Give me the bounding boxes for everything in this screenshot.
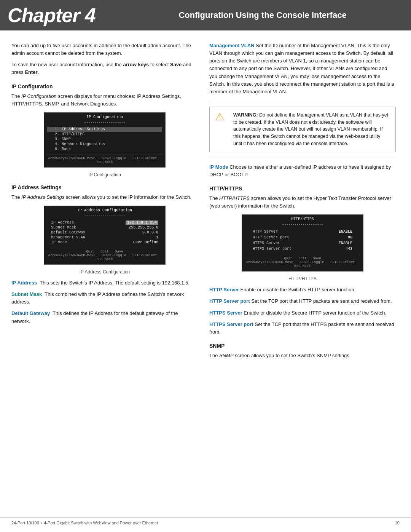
- ss-menu-back: 0. Back: [47, 147, 162, 152]
- ss-menu-netdiag: 4. Network Diagnostics: [47, 142, 162, 147]
- ip-config-caption: IP Configuration: [11, 172, 198, 177]
- https-port-term: HTTPS Server port: [209, 321, 253, 327]
- http-server-term: HTTP Server: [209, 287, 239, 292]
- footer-right: 10: [395, 521, 400, 525]
- https-server-term: HTTPS Server: [209, 310, 242, 316]
- warning-text: WARNING: Do not define the Management VL…: [233, 112, 390, 147]
- ip-mode-term: IP Mode: [209, 164, 228, 170]
- page-footer: 24-Port 10/100 + 4-Port Gigabit Switch w…: [0, 517, 411, 525]
- right-column: Management VLAN Set the ID number of the…: [209, 42, 396, 363]
- intro-paragraph-2: To save the new user account information…: [11, 61, 198, 76]
- mgmt-vlan-term: Management VLAN: [209, 43, 254, 48]
- footer-left: 24-Port 10/100 + 4-Port Gigabit Switch w…: [11, 521, 158, 525]
- ip-address-caption: IP Address Configuration: [11, 269, 198, 275]
- ip-address-screenshot: IP Address Configuration ---------------…: [44, 206, 166, 265]
- http-https-title: HTTP/HTTPS: [209, 185, 396, 192]
- main-content: You can add up to five user accounts in …: [0, 30, 411, 375]
- http-screenshot: HTTP/HTTPS -------------------- HTTP Ser…: [242, 214, 363, 272]
- page-wrapper: Chapter 4 Configuration Using the Consol…: [0, 0, 411, 532]
- ss-row-mgmt-vlan: Management VLAN 1: [47, 235, 162, 240]
- divider-above-warning: [209, 101, 396, 101]
- enter-label: Enter: [25, 69, 37, 75]
- ip-mode-para: IP Mode Choose to have either a user-def…: [209, 163, 396, 179]
- https-port-para: HTTPS Server port Set the TCP port that …: [209, 321, 396, 336]
- http-https-italic: HTTP/HTTPS: [219, 195, 250, 201]
- ss-ip-config-footer: ArrowKeys/TAB/BACK-Move SPACE-Toggle ENT…: [47, 155, 162, 164]
- warning-icon: ⚠: [215, 112, 229, 147]
- ss-https-server: HTTPS Server ENABLE: [245, 240, 360, 246]
- http-caption: HTTP/HTTPS: [209, 276, 396, 281]
- snmp-description: The SNMP screen allows you to set the Sw…: [209, 352, 396, 359]
- ss-http-title: HTTP/HTTPS: [245, 217, 360, 221]
- ip-address-term-para: IP Address This sets the Switch's IP Add…: [11, 279, 198, 287]
- ss-https-port: HTTPS Server port 443: [245, 246, 360, 252]
- http-port-term: HTTP Server port: [209, 298, 250, 304]
- ip-config-description: The IP Configuration screen displays fou…: [11, 93, 198, 108]
- subnet-mask-term: Subnet Mask: [11, 291, 42, 297]
- mgmt-vlan-para: Management VLAN Set the ID number of the…: [209, 42, 396, 96]
- warning-box: ⚠ WARNING: Do not define the Management …: [209, 107, 396, 152]
- ss-row-subnet: Subnet Mask 255.255.255.0: [47, 225, 162, 230]
- ss-ip-addr-footer: Quit Edit Save ArrowKeys/TAB/BACK-Move S…: [47, 248, 162, 261]
- ss-http-port: HTTP Server port 80: [245, 235, 360, 240]
- ip-config-section-title: IP Configuration: [11, 83, 198, 89]
- ss-row-ip: IP Address 192.168.1.254: [47, 220, 162, 225]
- ip-config-italic: IP Configuration: [21, 93, 57, 99]
- ss-ip-addr-title: IP Address Configuration: [47, 208, 162, 212]
- page-title: Configuration Using the Console Interfac…: [122, 10, 411, 20]
- chapter-title: Chapter 4: [8, 4, 122, 27]
- ss-ip-config-title: IP Configuration: [47, 115, 162, 119]
- page-header: Chapter 4 Configuration Using the Consol…: [0, 0, 411, 30]
- warning-label: WARNING:: [233, 112, 258, 118]
- intro-paragraph-1: You can add up to five user accounts in …: [11, 42, 198, 57]
- save-label: Save: [170, 62, 182, 67]
- ss-menu-ip-address: 1. IP Address Settings: [47, 127, 162, 132]
- divider-below-warning: [209, 158, 396, 158]
- left-column: You can add up to five user accounts in …: [11, 42, 198, 363]
- ss-menu-snmp: 3. SNMP: [47, 137, 162, 142]
- default-gateway-term-para: Default Gateway This defines the IP Addr…: [11, 310, 198, 325]
- ip-address-settings-title: IP Address Settings: [11, 184, 198, 190]
- ip-address-term: IP Address: [11, 280, 37, 286]
- http-port-para: HTTP Server port Set the TCP port that H…: [209, 297, 396, 305]
- default-gateway-term: Default Gateway: [11, 310, 50, 316]
- ss-row-gateway: Default Gateway 0.0.0.0: [47, 230, 162, 235]
- snmp-italic: SNMP: [219, 353, 234, 358]
- ss-menu-http: 2. HTTP/HTTPS: [47, 132, 162, 137]
- ss-http-footer: Quit Edit Save ArrowKeys/TAB/BACK-Move S…: [245, 255, 360, 268]
- ip-address-italic: IP Address Settings: [21, 194, 64, 200]
- ss-row-ip-mode: IP Mode User Define: [47, 240, 162, 245]
- https-server-para: HTTPS Server Enable or disable the Secur…: [209, 309, 396, 317]
- arrow-keys-label: arrow keys: [123, 62, 149, 67]
- subnet-mask-term-para: Subnet Mask This combined with the IP Ad…: [11, 291, 198, 306]
- snmp-title: SNMP: [209, 343, 396, 349]
- ss-http-server: HTTP Server ENABLE: [245, 229, 360, 235]
- http-https-description: The HTTP/HTTPS screen allows you to set …: [209, 195, 396, 210]
- ip-config-screenshot: IP Configuration -------------------- 1.…: [44, 112, 166, 168]
- http-server-para: HTTP Server Enable or disable the Switch…: [209, 286, 396, 294]
- ip-address-description: The IP Address Settings screen allows yo…: [11, 193, 198, 201]
